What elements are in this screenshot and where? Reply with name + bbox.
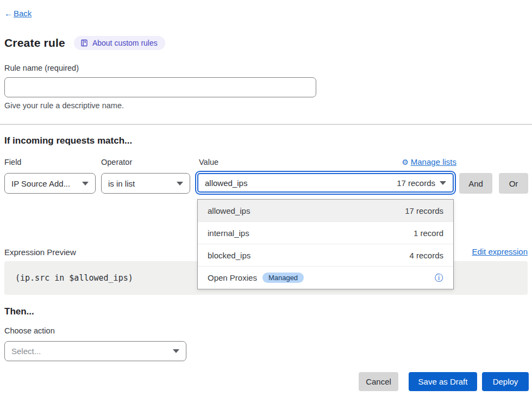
operator-label: Operator: [101, 158, 132, 166]
list-item-name: blocked_ips: [208, 251, 251, 260]
list-item-records: 1 record: [414, 228, 443, 238]
back-link-label[interactable]: Back: [14, 9, 32, 18]
cancel-button[interactable]: Cancel: [359, 372, 398, 391]
field-label: Field: [4, 158, 21, 166]
then-section-heading: Then...: [4, 306, 34, 317]
operator-select[interactable]: is in list: [101, 173, 190, 194]
value-select-records: 17 records: [397, 178, 435, 188]
managed-badge: Managed: [262, 273, 304, 283]
about-custom-rules-link[interactable]: About custom rules: [74, 36, 165, 50]
dropdown-item-allowed-ips[interactable]: allowed_ips 17 records: [198, 200, 453, 222]
match-section-heading: If incoming requests match...: [4, 135, 132, 146]
operator-select-value: is in list: [108, 179, 135, 188]
field-select-value: IP Source Add...: [11, 179, 70, 188]
manage-lists-link[interactable]: ⚙Manage lists: [380, 157, 456, 166]
list-item-name: Open Proxies: [208, 273, 257, 282]
gear-icon: ⚙: [402, 158, 409, 166]
rule-name-label: Rule name (required): [4, 64, 79, 72]
info-icon[interactable]: ⓘ: [435, 274, 443, 282]
value-label: Value: [199, 158, 218, 166]
and-button[interactable]: And: [459, 173, 492, 194]
action-select[interactable]: Select...: [4, 341, 186, 361]
value-select-selected: allowed_ips: [205, 178, 247, 188]
expression-preview-label: Expression Preview: [4, 248, 76, 257]
choose-action-label: Choose action: [4, 326, 55, 335]
deploy-button[interactable]: Deploy: [482, 372, 529, 391]
expression-code: (ip.src in $allowed_ips): [15, 273, 133, 283]
list-item-records: 4 records: [409, 251, 443, 260]
list-item-name: allowed_ips: [208, 206, 250, 215]
dropdown-item-internal-ips[interactable]: internal_ips 1 record: [198, 222, 453, 244]
book-icon: [80, 39, 88, 47]
title-row: Create rule About custom rules: [4, 36, 165, 50]
rule-name-input[interactable]: [4, 77, 316, 97]
list-item-records: 17 records: [405, 206, 443, 215]
save-as-draft-button[interactable]: Save as Draft: [409, 372, 477, 391]
or-button[interactable]: Or: [499, 173, 528, 194]
edit-expression-link[interactable]: Edit expression: [472, 247, 528, 256]
dropdown-item-open-proxies[interactable]: Open Proxies Managed ⓘ: [198, 267, 453, 289]
chevron-down-icon: [82, 182, 89, 185]
field-select[interactable]: IP Source Add...: [4, 173, 96, 194]
action-select-placeholder: Select...: [11, 347, 41, 356]
list-item-name: internal_ips: [208, 228, 249, 238]
page-title: Create rule: [4, 36, 65, 50]
back-arrow-icon: ←: [4, 9, 12, 18]
rule-name-helper-text: Give your rule a descriptive name.: [4, 101, 124, 110]
value-dropdown-panel: allowed_ips 17 records internal_ips 1 re…: [197, 199, 454, 289]
chevron-down-icon: [440, 181, 446, 185]
back-link[interactable]: ←Back: [4, 9, 32, 18]
about-custom-rules-label: About custom rules: [92, 39, 158, 47]
value-select[interactable]: allowed_ips 17 records: [197, 173, 454, 193]
create-rule-page: ←Back Create rule About custom rules Rul…: [0, 0, 532, 402]
manage-lists-label[interactable]: Manage lists: [411, 157, 456, 166]
chevron-down-icon: [173, 349, 179, 353]
dropdown-item-blocked-ips[interactable]: blocked_ips 4 records: [198, 244, 453, 267]
chevron-down-icon: [177, 182, 183, 185]
section-divider: [0, 124, 532, 125]
